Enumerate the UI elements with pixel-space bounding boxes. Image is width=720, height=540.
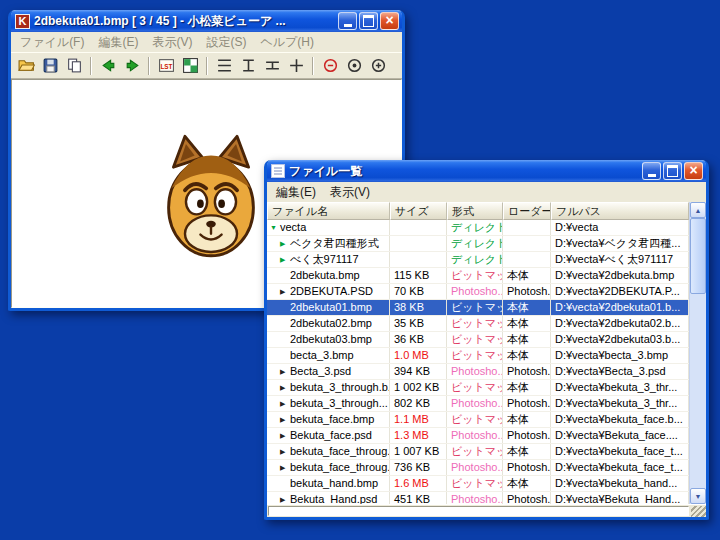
table-row[interactable]: ▶bekuta_face_throug...1 007 KBビットマップ本体D:… [267,444,689,460]
file-format: Photosho... [447,284,503,299]
file-path: D:¥vecta¥Bekuta_Hand... [551,492,689,504]
table-row[interactable]: 2dbekuta01.bmp38 KBビットマップ本体D:¥vecta¥2dbe… [267,300,689,316]
file-size: 1.1 MB [390,412,447,427]
expand-marker-icon[interactable]: ▶ [280,252,290,267]
table-row[interactable]: ▶bekuta_face_throug...736 KBPhotosho...P… [267,460,689,476]
list-icon: LST [158,57,175,74]
expand-marker-icon[interactable]: ▶ [280,364,290,379]
table-row[interactable]: ▶べく太971117ディレクトリD:¥vecta¥べく太971117 [267,252,689,268]
file-name-cell: ▶bekuta_face.bmp [267,412,390,427]
open-folder-button[interactable] [14,54,38,77]
zoom-reset-button[interactable] [342,54,366,77]
toolbar-separator [148,57,150,75]
file-name-cell: ▶2DBEKUTA.PSD [267,284,390,299]
thumbnail-view-button[interactable] [178,54,202,77]
close-button[interactable] [380,12,399,30]
menu-help[interactable]: ヘルプ(H) [253,32,321,53]
file-loader [503,236,551,251]
scroll-thumb[interactable] [690,218,706,294]
save-button[interactable] [38,54,62,77]
table-row[interactable]: ▼vectaディレクトリD:¥vecta [267,220,689,236]
copy-button[interactable] [62,54,86,77]
viewer-titlebar[interactable]: K 2dbekuta01.bmp [ 3 / 45 ] - 小松菜ビューア ..… [11,10,402,32]
resize-grip[interactable] [691,506,706,517]
maximize-button[interactable] [663,162,682,180]
table-row[interactable]: bekuta_hand.bmp1.6 MBビットマップ本体D:¥vecta¥be… [267,476,689,492]
column-header-2[interactable]: サイズ [390,202,447,220]
expand-marker-icon[interactable]: ▶ [280,284,290,299]
table-row[interactable]: ▶Bekuta_Hand.psd451 KBPhotosho...Photosh… [267,492,689,504]
menu-edit[interactable]: 編集(E) [269,182,323,203]
viewer-toolbar: LST [11,52,402,79]
file-name-cell: ▶ベクタ君四種形式 [267,236,390,251]
zoom-out-button[interactable] [318,54,342,77]
table-row[interactable]: ▶bekuta_3_through.b...1 002 KBビットマップ本体D:… [267,380,689,396]
vertical-scrollbar[interactable] [689,202,706,504]
minimize-button[interactable] [338,12,357,30]
table-row[interactable]: 2dbekuta.bmp115 KBビットマップ本体D:¥vecta¥2dbek… [267,268,689,284]
viewer-menubar: ファイル(F) 編集(E) 表示(V) 設定(S) ヘルプ(H) [11,32,402,52]
table-row[interactable]: 2dbekuta03.bmp36 KBビットマップ本体D:¥vecta¥2dbe… [267,332,689,348]
column-header-4[interactable]: ローダー [503,202,551,220]
menu-settings[interactable]: 設定(S) [199,32,253,53]
expand-marker-icon[interactable]: ▶ [280,396,290,411]
file-loader: Photosh... [503,460,551,475]
file-path: D:¥vecta¥2DBEKUTA.P... [551,284,689,299]
align-bottom-icon [264,57,281,74]
table-row[interactable]: ▶bekuta_3_through...802 KBPhotosho...Pho… [267,396,689,412]
scroll-up-button[interactable] [690,202,706,218]
maximize-button[interactable] [359,12,378,30]
expand-marker-icon[interactable]: ▶ [280,236,290,251]
file-table: ファイル名サイズ形式ローダーフルパス ▼vectaディレクトリD:¥vecta▶… [267,202,706,504]
filelist-body: ▼vectaディレクトリD:¥vecta▶ベクタ君四種形式ディレクトリD:¥ve… [267,220,689,504]
table-row[interactable]: ▶ベクタ君四種形式ディレクトリD:¥vecta¥ベクタ君四種... [267,236,689,252]
table-row[interactable]: ▶bekuta_face.bmp1.1 MBビットマップ本体D:¥vecta¥b… [267,412,689,428]
save-icon [42,57,59,74]
file-size: 1 002 KB [390,380,447,395]
menu-view[interactable]: 表示(V) [145,32,199,53]
display-mode-3-button[interactable] [260,54,284,77]
table-row[interactable]: ▶Becta_3.psd394 KBPhotosho...Photosh...D… [267,364,689,380]
scroll-track[interactable] [690,294,706,488]
expand-marker-icon[interactable]: ▶ [280,444,290,459]
menu-edit[interactable]: 編集(E) [91,32,145,53]
table-row[interactable]: 2dbekuta02.bmp35 KBビットマップ本体D:¥vecta¥2dbe… [267,316,689,332]
minimize-button[interactable] [642,162,661,180]
table-row[interactable]: ▶2DBEKUTA.PSD70 KBPhotosho...Photosh...D… [267,284,689,300]
file-path: D:¥vecta¥bekuta_face_t... [551,460,689,475]
file-size: 1.0 MB [390,348,447,363]
column-header-1[interactable]: ファイル名 [267,202,390,220]
expand-marker-icon[interactable]: ▶ [280,460,290,475]
file-path: D:¥vecta¥Bekuta_face.... [551,428,689,443]
expand-marker-icon[interactable]: ▶ [280,380,290,395]
expand-marker-icon[interactable]: ▶ [280,492,290,504]
filelist-titlebar[interactable]: ファイル一覧 [267,160,706,182]
column-header-5[interactable]: フルパス [551,202,689,220]
next-image-button[interactable] [120,54,144,77]
expand-marker-icon[interactable]: ▶ [280,412,290,427]
table-row[interactable]: ▶Bekuta_face.psd1.3 MBPhotosho...Photosh… [267,428,689,444]
display-mode-2-button[interactable] [236,54,260,77]
scroll-down-button[interactable] [690,488,706,504]
menu-file[interactable]: ファイル(F) [13,32,91,53]
column-header-3[interactable]: 形式 [447,202,503,220]
file-loader: Photosh... [503,428,551,443]
file-format: Photosho... [447,364,503,379]
display-mode-1-button[interactable] [212,54,236,77]
file-list-button[interactable]: LST [154,54,178,77]
file-name-cell: ▶bekuta_3_through.b... [267,380,390,395]
file-name: Becta_3.psd [290,365,351,377]
table-row[interactable]: becta_3.bmp1.0 MBビットマップ本体D:¥vecta¥becta_… [267,348,689,364]
expand-marker-icon[interactable]: ▶ [280,428,290,443]
prev-image-button[interactable] [96,54,120,77]
zoom-in-icon [370,57,387,74]
file-path: D:¥vecta¥bekuta_3_thr... [551,380,689,395]
file-name-cell: 2dbekuta02.bmp [267,316,390,331]
display-mode-4-button[interactable] [284,54,308,77]
zoom-in-button[interactable] [366,54,390,77]
collapse-marker-icon[interactable]: ▼ [270,220,280,235]
close-button[interactable] [684,162,703,180]
file-name: べく太971117 [290,253,359,265]
file-name-cell: bekuta_hand.bmp [267,476,390,491]
menu-view[interactable]: 表示(V) [323,182,377,203]
